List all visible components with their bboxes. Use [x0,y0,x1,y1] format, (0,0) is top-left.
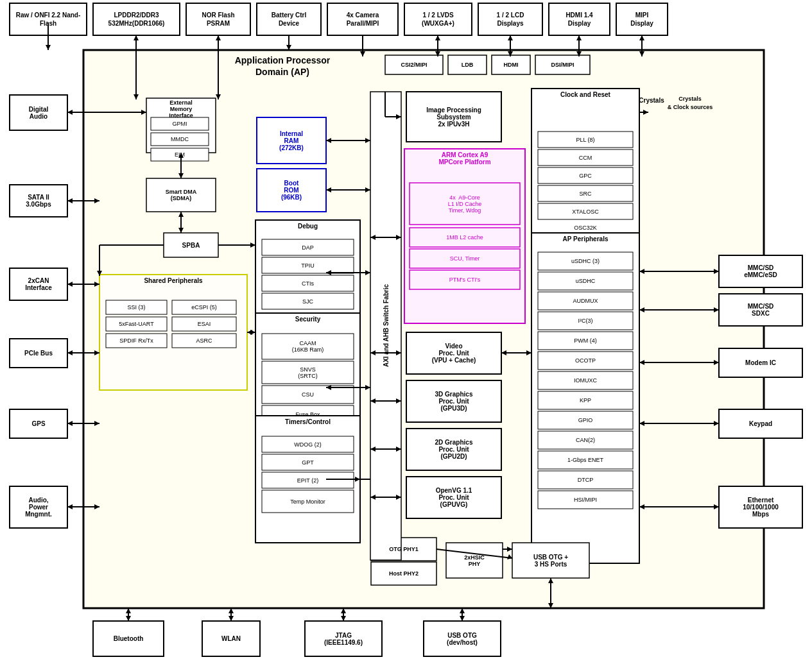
gpc-label: GPC [538,167,633,183]
svg-marker-118 [67,110,73,115]
svg-marker-152 [126,616,131,621]
can-label: 2xCANInterface [10,268,67,300]
keypad-label: Keypad [719,409,802,438]
usdhc3-label: uSDHC (3) [538,252,633,270]
clock-reset-title: Clock and Reset [531,89,639,98]
iomuxc-label: IOMUXC [538,371,633,389]
i2c-label: I²C(3) [538,312,633,330]
camera-label: 4x CameraParall/MIPI [327,3,398,35]
audmux-label: AUDMUX [538,292,633,310]
axi-text: AXI and AHB Switch Fabric [383,284,390,367]
security-title: Security [255,313,360,323]
ptm-cti-label: PTM's CTI's [410,270,520,289]
fast-uart-label: 5xFast-UART [106,317,167,331]
boot-rom-label: BootROM(96KB) [257,169,326,212]
osc32k-label: OSC32K [538,221,633,234]
hdmi14-label: HDMI 1.4Display [549,3,610,35]
arm-cortex-title: ARM Cortex A9MPCore Platform [404,149,525,166]
svg-marker-127 [67,350,73,355]
ocotp-label: OCOTP [538,352,633,370]
video-proc-label: VideoProc. Unit(VPU + Cache) [406,332,501,374]
ext-memory-title: ExternalMemoryInterface [146,98,216,119]
graphics-2d-label: 2D GraphicsProc. Unit(GPU2D) [406,429,501,470]
crystals-label: Crystals& Clock sources [648,95,732,111]
gpio-label: GPIO [538,411,633,429]
csu-label: CSU [262,386,354,404]
svg-marker-93 [46,45,51,50]
svg-marker-121 [67,198,73,203]
hsi-mipi-label: HSI/MIPI [538,491,633,509]
mipi-display-label: MIPIDisplay [616,3,668,35]
otg-phy1-label: OTG PHY1 [371,538,436,561]
svg-marker-158 [341,616,346,621]
hsic-phy-label: 2xHSICPHY [446,543,503,578]
can2-label: CAN(2) [538,431,633,449]
ap-domain-title: Application ProcessorDomain (AP) [218,55,347,78]
wlan-label: WLAN [202,621,260,656]
ldb-label: LDB [448,55,487,74]
modem-label: Modem IC [719,348,802,377]
eim-label: EIM [151,148,209,161]
lpddr2-label: LPDDR2/DDR3532MHz(DDR1066) [93,3,180,35]
asrc-label: ASRC [172,334,236,348]
host-phy2-label: Host PHY2 [371,562,436,585]
smart-dma-label: Smart DMA(SDMA) [146,178,216,212]
raw-nand-label: Raw / ONFI 2.2 Nand-Flash [10,3,87,35]
image-processing-label: Image ProcessingSubsystem2x IPUv3H [406,92,501,142]
diagram-wrapper: Crystals [0,0,812,664]
svg-marker-112 [576,35,582,40]
svg-marker-124 [67,282,73,287]
nor-flash-label: NOR FlashPSRAM [186,3,250,35]
temp-monitor-label: Temp Monitor [262,490,354,513]
spba-label: SPBA [164,233,218,257]
debug-title: Debug [255,220,360,230]
lvds-label: 1 / 2 LVDS(WUXGA+) [404,3,472,35]
hdmi-label: HDMI [492,55,530,74]
axi-label-container: AXI and AHB Switch Fabric [370,92,401,560]
mmdc-label: MMDC [151,133,209,146]
battery-ctrl-label: Battery CtrlDevice [257,3,321,35]
openvg-label: OpenVG 1.1Proc. Unit(GPUVG) [406,477,501,518]
esai-label: ESAI [172,317,236,331]
gpmi-label: GPMI [151,117,209,130]
ccm-label: CCM [538,149,633,166]
bluetooth-label: Bluetooth [93,621,164,656]
ecspi-label: eCSPI (5) [172,300,236,314]
gps-label: GPS [10,409,67,438]
xtalosc-label: XTALOSC [538,203,633,219]
caam-label: CAAM(16KB Ram) [262,334,354,359]
kpp-label: KPP [538,391,633,409]
csi2-mipi-label: CSI2/MIPI [385,55,443,74]
lcd-label: 1 / 2 LCDDisplays [478,3,542,35]
svg-marker-109 [508,35,513,40]
spdif-label: SPDIF Rx/Tx [106,334,167,348]
audio-power-label: Audio,PowerMngmnt. [10,486,67,528]
src-label: SRC [538,185,633,201]
mmc-sd2-label: MMC/SDSDXC [719,294,802,326]
enet-label: 1-Gbps ENET [538,451,633,469]
tpiu-label: TPIU [262,257,354,273]
digital-audio-label: DigitalAudio [10,95,67,130]
ssi-label: SSI (3) [106,300,167,314]
ethernet-label: Ethernet10/100/1000Mbps [719,486,802,528]
arm-core-label: 4x A9-CoreL1 I/D CacheTimer, Wdog [410,183,520,225]
svg-marker-96 [134,35,139,40]
l2-cache-label: 1MB L2 cache [410,228,520,247]
svg-marker-106 [435,35,440,40]
timers-title: Timers/Control [255,416,360,425]
pwm-label: PWM (4) [538,332,633,350]
internal-ram-label: InternalRAM(272KB) [257,117,326,164]
dap-label: DAP [262,239,354,255]
usb-otg-ports-label: USB OTG +3 HS Ports [512,543,589,578]
shared-peripherals-rect [99,275,247,390]
dtcp-label: DTCP [538,471,633,489]
svg-marker-133 [67,504,73,509]
jtag-label: JTAG(IEEE1149.6) [305,621,382,656]
sjc-label: SJC [262,293,354,309]
ctis-label: CTIs [262,275,354,291]
svg-marker-161 [460,616,465,621]
epit-label: EPIT (2) [262,472,354,488]
svg-marker-155 [229,616,234,621]
dsi-mipi-label: DSI/MIPI [535,55,590,74]
graphics-3d-label: 3D GraphicsProc. Unit(GPU3D) [406,380,501,422]
